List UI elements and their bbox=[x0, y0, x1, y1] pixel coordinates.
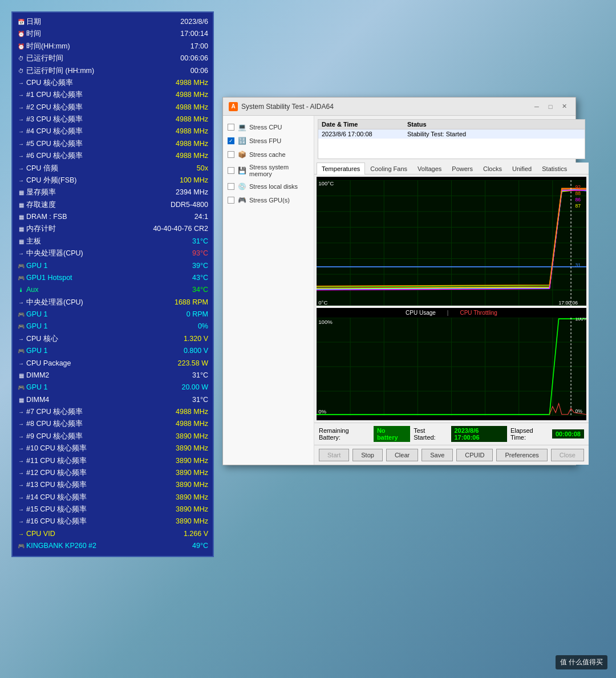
cpuid-button[interactable]: CPUID bbox=[456, 449, 493, 461]
hw-value: 2394 MHz bbox=[176, 187, 208, 198]
start-button[interactable]: Start bbox=[319, 449, 349, 461]
hw-icon: ⏰ bbox=[17, 42, 25, 51]
save-button[interactable]: Save bbox=[422, 449, 453, 461]
hw-value: 17:00:14 bbox=[180, 29, 208, 39]
clear-button[interactable]: Clear bbox=[386, 449, 418, 461]
disk-icon: 💿 bbox=[237, 182, 246, 191]
hw-label: →#8 CPU 核心频率 bbox=[17, 419, 83, 429]
hw-row: →#16 CPU 核心频率 3890 MHz bbox=[15, 515, 210, 527]
hw-icon: ▦ bbox=[17, 396, 25, 405]
hw-label: →CPU VID bbox=[17, 529, 55, 539]
hw-icon: 🎮 bbox=[17, 310, 25, 319]
log-col-status: Status bbox=[407, 121, 581, 128]
hw-label: →#13 CPU 核心频率 bbox=[17, 480, 87, 490]
hw-label: →#4 CPU 核心频率 bbox=[17, 126, 83, 137]
stress-checkbox[interactable] bbox=[228, 151, 234, 158]
hw-value: 20.00 W bbox=[181, 382, 208, 393]
hw-row: ▦DIMM4 31°C bbox=[15, 394, 210, 406]
watermark: 值 什么值得买 bbox=[556, 655, 607, 669]
preferences-button[interactable]: Preferences bbox=[496, 449, 547, 461]
svg-text:0°C: 0°C bbox=[318, 299, 327, 306]
minimize-button[interactable]: ─ bbox=[531, 101, 542, 112]
hw-row: ▦DRAM : FSB 24:1 bbox=[15, 211, 210, 223]
hw-row: →#11 CPU 核心频率 3890 MHz bbox=[15, 455, 210, 467]
usage-chart-container: CPU Usage | CPU Throttling bbox=[317, 308, 586, 420]
stress-checkbox[interactable] bbox=[228, 183, 234, 190]
tab-voltages[interactable]: Voltages bbox=[412, 163, 447, 174]
hw-icon: → bbox=[17, 79, 25, 88]
stress-item-cache[interactable]: 📦Stress cache bbox=[223, 148, 314, 161]
hw-row: →CPU 倍频 50x bbox=[15, 163, 210, 174]
tab-unified[interactable]: Unified bbox=[507, 163, 537, 174]
hw-value: 43°C bbox=[192, 273, 208, 283]
stress-item-cpu[interactable]: 💻Stress CPU bbox=[223, 120, 314, 134]
hw-icon: → bbox=[17, 359, 25, 368]
hw-row: 🎮GPU 1 20.00 W bbox=[15, 381, 210, 393]
hw-value: 4988 MHz bbox=[176, 126, 208, 137]
tab-cooling-fans[interactable]: Cooling Fans bbox=[365, 163, 412, 174]
hw-value: 31°C bbox=[192, 395, 208, 405]
stress-checkbox[interactable] bbox=[228, 124, 234, 131]
hw-icon: → bbox=[17, 164, 25, 173]
hw-row: →#14 CPU 核心频率 3890 MHz bbox=[15, 492, 210, 504]
stress-item-gpu[interactable]: 🎮Stress GPU(s) bbox=[223, 193, 314, 207]
hw-icon: → bbox=[17, 432, 25, 441]
log-area: Date & Time Status 2023/8/6 17:00:08 Sta… bbox=[318, 119, 585, 159]
hw-label: ▦DRAM : FSB bbox=[17, 212, 67, 222]
hw-icon: 🎮 bbox=[17, 383, 25, 392]
close-button[interactable]: ✕ bbox=[558, 101, 570, 112]
hw-value: 50x bbox=[197, 163, 208, 174]
stress-item-disk[interactable]: 💿Stress local disks bbox=[223, 180, 314, 193]
close-button[interactable]: Close bbox=[551, 449, 584, 461]
hw-row: ▦内存计时 40-40-40-76 CR2 bbox=[15, 223, 210, 235]
stress-item-fpu[interactable]: ✓🔢Stress FPU bbox=[223, 134, 314, 148]
log-col-datetime: Date & Time bbox=[322, 121, 407, 128]
stress-checkbox[interactable]: ✓ bbox=[228, 137, 234, 144]
hw-value: 3890 MHz bbox=[176, 492, 208, 503]
hw-value: 3890 MHz bbox=[176, 468, 208, 478]
test-started-badge: 2023/8/6 17:00:06 bbox=[451, 426, 507, 442]
stress-checkbox[interactable] bbox=[228, 197, 234, 204]
hw-label: 🎮KINGBANK KP260 #2 bbox=[17, 541, 96, 551]
hw-label: →CPU 核心 bbox=[17, 334, 58, 344]
hw-label: ⏱已运行时间 bbox=[17, 53, 63, 64]
hw-value: 49°C bbox=[192, 541, 208, 551]
elapsed-time-label: Elapsed Time: bbox=[510, 427, 549, 441]
log-header: Date & Time Status bbox=[318, 120, 585, 129]
hw-icon: ⏰ bbox=[17, 30, 25, 39]
fpu-icon: 🔢 bbox=[237, 136, 246, 145]
hw-icon: → bbox=[17, 517, 25, 526]
hw-label: 🎮GPU 1 bbox=[17, 309, 48, 320]
hw-icon: → bbox=[17, 493, 25, 502]
hw-row: 🎮GPU 1 0 RPM bbox=[15, 308, 210, 320]
hw-icon: → bbox=[17, 335, 25, 344]
stress-label: Stress CPU bbox=[249, 124, 282, 131]
hw-label: ⏰时间 bbox=[17, 29, 41, 39]
hw-icon: ▦ bbox=[17, 213, 25, 222]
cpu-icon: 💻 bbox=[237, 123, 246, 132]
hw-value: 0% bbox=[198, 321, 208, 332]
hw-value: 34°C bbox=[192, 285, 208, 295]
tab-temperatures[interactable]: Temperatures bbox=[317, 163, 365, 174]
hw-value: 00:06 bbox=[191, 66, 208, 76]
log-status-value: Stability Test: Started bbox=[407, 131, 581, 137]
aida-icon: A bbox=[229, 102, 238, 111]
hw-value: 2023/8/6 bbox=[180, 17, 208, 27]
maximize-button[interactable]: □ bbox=[545, 101, 556, 112]
stress-item-mem[interactable]: 💾Stress system memory bbox=[223, 161, 314, 180]
tab-statistics[interactable]: Statistics bbox=[537, 163, 572, 174]
tab-clocks[interactable]: Clocks bbox=[478, 163, 507, 174]
svg-text:0%: 0% bbox=[318, 408, 326, 415]
hw-label: ▦显存频率 bbox=[17, 187, 56, 198]
hw-value: 4988 MHz bbox=[176, 419, 208, 429]
temp-chart: 100°C 0°C 92 88 86 87 31 17:00:06 bbox=[317, 180, 586, 306]
stress-checkbox[interactable] bbox=[228, 167, 234, 174]
hw-icon: → bbox=[17, 444, 25, 453]
hw-row: →#7 CPU 核心频率 4988 MHz bbox=[15, 406, 210, 418]
hw-icon: → bbox=[17, 457, 25, 466]
hw-icon: ▦ bbox=[17, 237, 25, 246]
stop-button[interactable]: Stop bbox=[352, 449, 383, 461]
tab-powers[interactable]: Powers bbox=[447, 163, 478, 174]
hw-icon: → bbox=[17, 176, 25, 185]
hw-icon: 🎮 bbox=[17, 262, 25, 271]
